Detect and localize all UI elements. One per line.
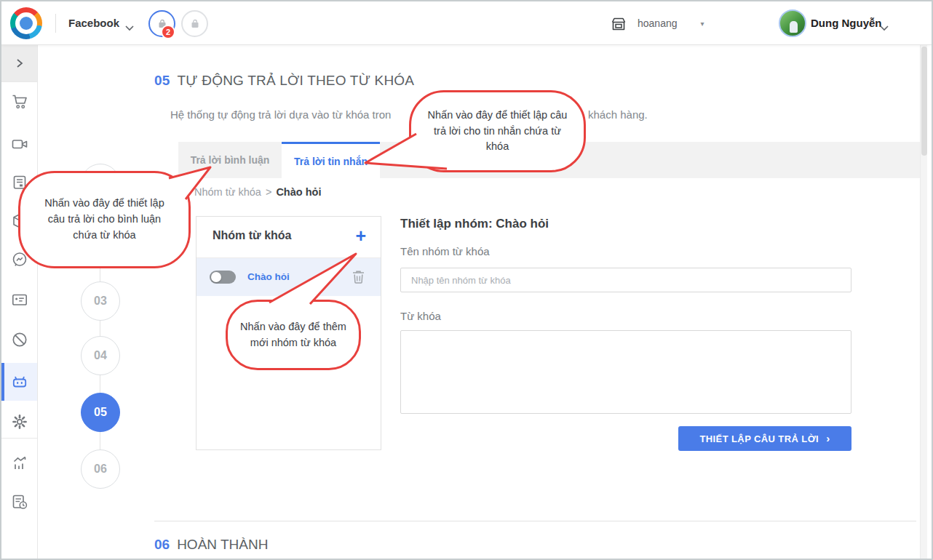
next-section-number: 06 — [154, 537, 170, 552]
report-clock-icon — [11, 493, 28, 511]
section-description-end: khách hàng. — [588, 108, 648, 121]
sidebar-rail — [1, 45, 38, 560]
keywords-label: Từ khóa — [400, 310, 441, 322]
scrollbar-thumb[interactable] — [921, 47, 927, 156]
group-form-title: Thiết lập nhóm: Chào hỏi — [400, 217, 549, 231]
divider — [1, 81, 37, 82]
id-card-icon — [11, 291, 28, 308]
chevron-right-icon — [15, 58, 25, 68]
divider — [1, 438, 37, 439]
top-bar: Facebook 2 hoanang ▾ Dung Ngu — [1, 1, 932, 45]
section-number: 05 — [154, 73, 170, 88]
add-group-button[interactable]: + — [355, 225, 366, 247]
notification-badge: 2 — [161, 25, 175, 39]
step-circle-05-active[interactable]: 05 — [81, 393, 120, 432]
setup-answer-label: THIẾT LẬP CÂU TRẢ LỜI — [699, 433, 819, 444]
store-icon — [610, 15, 627, 31]
keywords-textarea[interactable] — [400, 330, 851, 414]
chevron-down-icon[interactable] — [125, 21, 134, 34]
callout-tail — [147, 154, 220, 205]
caret-down-icon: ▾ — [701, 20, 704, 28]
callout-tail — [358, 121, 453, 176]
app-logo — [10, 7, 42, 39]
section-divider — [154, 521, 916, 521]
sidebar-item-analytics[interactable] — [11, 455, 28, 472]
sidebar-expand-button[interactable] — [1, 45, 37, 81]
group-toggle-off[interactable] — [210, 271, 236, 284]
analytics-chart-icon — [11, 455, 28, 472]
sidebar-item-settings[interactable] — [11, 413, 28, 431]
step-circle-03[interactable]: 03 — [81, 281, 120, 321]
group-name-label: Tên nhóm từ khóa — [400, 245, 490, 257]
sidebar-item-history[interactable] — [11, 493, 28, 511]
workspace-label[interactable]: Facebook — [68, 1, 119, 45]
section-title: TỰ ĐỘNG TRẢ LỜI THEO TỪ KHÓA — [178, 73, 415, 88]
user-name[interactable]: Dung Nguyễn — [811, 1, 882, 45]
step-circle-06[interactable]: 06 — [81, 449, 120, 489]
sidebar-active-indicator — [1, 363, 4, 401]
page-avatar-inactive[interactable] — [181, 10, 208, 37]
divider — [55, 14, 56, 33]
section-heading: 05TỰ ĐỘNG TRẢ LỜI THEO TỪ KHÓA — [154, 73, 414, 89]
ban-icon — [11, 331, 28, 348]
setup-answer-button[interactable]: THIẾT LẬP CÂU TRẢ LỜI › — [678, 426, 851, 451]
app-window: Facebook 2 hoanang ▾ Dung Ngu — [0, 0, 933, 560]
bag-icon — [188, 17, 202, 31]
store-selector[interactable]: hoanang ▾ — [610, 1, 704, 45]
chevron-right-icon: › — [826, 432, 830, 444]
chatbot-robot-icon — [11, 373, 28, 391]
breadcrumb-current: Chào hỏi — [276, 186, 321, 198]
chevron-down-icon[interactable] — [880, 21, 889, 34]
sidebar-item-customers[interactable] — [11, 291, 28, 308]
next-section-heading: 06HOÀN THÀNH — [154, 537, 268, 553]
sidebar-item-chatbot[interactable] — [11, 373, 28, 391]
cart-icon — [11, 93, 28, 111]
next-section-title: HOÀN THÀNH — [177, 537, 268, 552]
group-name-input[interactable] — [400, 268, 851, 292]
video-camera-icon — [11, 135, 28, 153]
step-circle-04[interactable]: 04 — [81, 336, 120, 375]
sidebar-item-blocklist[interactable] — [11, 331, 28, 348]
store-name: hoanang — [638, 17, 678, 29]
sidebar-item-orders[interactable] — [11, 93, 28, 111]
user-avatar[interactable] — [779, 9, 806, 37]
gear-icon — [11, 413, 28, 431]
scrollbar-track[interactable] — [920, 45, 927, 560]
section-description: Hệ thống tự động trả lời dựa vào từ khóa… — [170, 108, 391, 121]
callout-tail — [253, 249, 362, 311]
breadcrumb-separator: > — [266, 186, 271, 198]
keyword-panel-title: Nhóm từ khóa — [213, 229, 291, 242]
sidebar-item-livestream[interactable] — [11, 135, 28, 153]
